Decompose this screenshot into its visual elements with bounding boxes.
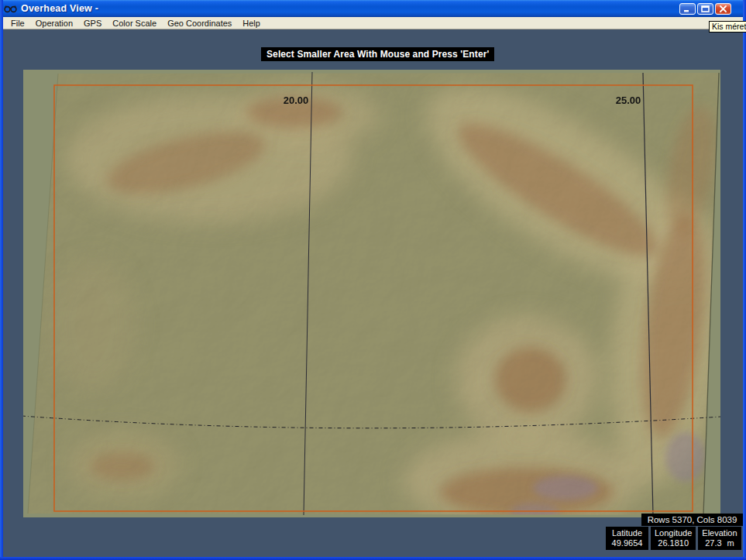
minimize-tooltip: Kis méret	[709, 21, 746, 33]
maximize-icon	[701, 5, 710, 12]
window-titlebar[interactable]: Overhead View -	[0, 0, 746, 17]
menu-bar: File Operation GPS Color Scale Geo Coord…	[2, 17, 744, 29]
menu-gps[interactable]: GPS	[78, 18, 107, 29]
elevation-label: Elevation	[702, 528, 737, 538]
window-controls	[679, 3, 731, 15]
longitude-readout: Longitude 26.1810	[651, 527, 696, 550]
meridian-label-25: 25.00	[616, 94, 641, 106]
latitude-label: Latitude	[610, 528, 645, 538]
elevation-value: 27.3m	[702, 538, 737, 548]
window-border-right	[743, 0, 746, 560]
menu-operation[interactable]: Operation	[30, 18, 78, 29]
menu-help[interactable]: Help	[237, 18, 266, 29]
terrain-relief	[23, 70, 720, 517]
meridian-label-20: 20.00	[284, 94, 309, 106]
window-title: Overhead View -	[21, 3, 98, 14]
instruction-banner: Select Smaller Area With Mouse and Press…	[261, 47, 494, 61]
terrain-map[interactable]: 20.00 25.00	[23, 70, 720, 517]
latitude-readout: Latitude 49.9654	[606, 527, 648, 550]
elevation-unit: m	[727, 538, 734, 548]
coordinate-readouts: Latitude 49.9654 Longitude 26.1810 Eleva…	[606, 527, 741, 550]
longitude-label: Longitude	[655, 528, 692, 538]
app-window: Overhead View - File Operation	[0, 0, 746, 560]
menu-file[interactable]: File	[5, 18, 30, 29]
window-border-bottom	[0, 557, 746, 560]
minimize-icon	[682, 5, 693, 12]
minimize-button[interactable]	[679, 3, 696, 15]
latitude-value: 49.9654	[610, 538, 645, 548]
rows-cols-status: Rows 5370, Cols 8039	[641, 514, 743, 526]
elevation-readout: Elevation 27.3m	[698, 527, 741, 550]
terrain-map-canvas[interactable]: 20.00 25.00	[23, 70, 720, 517]
map-client-area: Select Smaller Area With Mouse and Press…	[3, 29, 743, 557]
menu-geo-coordinates[interactable]: Geo Coordinates	[162, 18, 237, 29]
longitude-value: 26.1810	[655, 538, 692, 548]
close-icon	[720, 5, 727, 12]
window-border-left	[0, 0, 3, 560]
binoculars-icon	[4, 3, 17, 14]
maximize-button[interactable]	[697, 3, 713, 15]
menu-color-scale[interactable]: Color Scale	[107, 18, 162, 29]
close-button[interactable]	[715, 3, 731, 15]
